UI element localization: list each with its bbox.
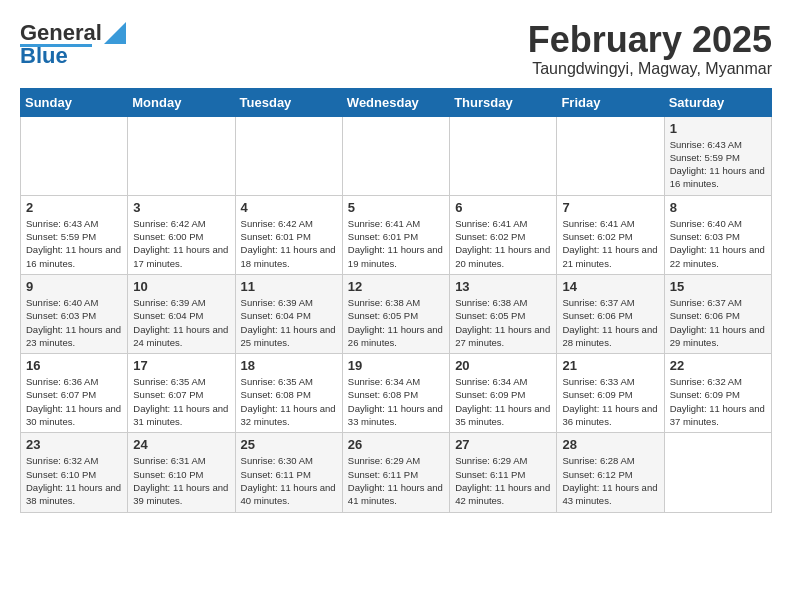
calendar-day-cell: 11Sunrise: 6:39 AMSunset: 6:04 PMDayligh… — [235, 274, 342, 353]
calendar-day-cell — [342, 116, 449, 195]
page-title: February 2025 — [528, 20, 772, 60]
title-block: February 2025 Taungdwingyi, Magway, Myan… — [528, 20, 772, 78]
day-info: Sunrise: 6:40 AMSunset: 6:03 PMDaylight:… — [26, 296, 122, 349]
day-info: Sunrise: 6:30 AMSunset: 6:11 PMDaylight:… — [241, 454, 337, 507]
day-number: 14 — [562, 279, 658, 294]
calendar-day-cell: 28Sunrise: 6:28 AMSunset: 6:12 PMDayligh… — [557, 433, 664, 512]
day-number: 28 — [562, 437, 658, 452]
weekday-header-wednesday: Wednesday — [342, 88, 449, 116]
calendar-day-cell: 2Sunrise: 6:43 AMSunset: 5:59 PMDaylight… — [21, 195, 128, 274]
day-number: 16 — [26, 358, 122, 373]
calendar-week-row: 16Sunrise: 6:36 AMSunset: 6:07 PMDayligh… — [21, 354, 772, 433]
weekday-header-monday: Monday — [128, 88, 235, 116]
calendar-day-cell: 27Sunrise: 6:29 AMSunset: 6:11 PMDayligh… — [450, 433, 557, 512]
calendar-week-row: 2Sunrise: 6:43 AMSunset: 5:59 PMDaylight… — [21, 195, 772, 274]
calendar-week-row: 9Sunrise: 6:40 AMSunset: 6:03 PMDaylight… — [21, 274, 772, 353]
weekday-header-thursday: Thursday — [450, 88, 557, 116]
day-info: Sunrise: 6:32 AMSunset: 6:09 PMDaylight:… — [670, 375, 766, 428]
day-info: Sunrise: 6:37 AMSunset: 6:06 PMDaylight:… — [562, 296, 658, 349]
day-number: 9 — [26, 279, 122, 294]
day-info: Sunrise: 6:37 AMSunset: 6:06 PMDaylight:… — [670, 296, 766, 349]
day-info: Sunrise: 6:28 AMSunset: 6:12 PMDaylight:… — [562, 454, 658, 507]
day-number: 7 — [562, 200, 658, 215]
day-info: Sunrise: 6:41 AMSunset: 6:02 PMDaylight:… — [562, 217, 658, 270]
calendar-day-cell: 7Sunrise: 6:41 AMSunset: 6:02 PMDaylight… — [557, 195, 664, 274]
day-number: 27 — [455, 437, 551, 452]
day-number: 13 — [455, 279, 551, 294]
day-info: Sunrise: 6:34 AMSunset: 6:09 PMDaylight:… — [455, 375, 551, 428]
day-info: Sunrise: 6:35 AMSunset: 6:07 PMDaylight:… — [133, 375, 229, 428]
day-number: 3 — [133, 200, 229, 215]
day-number: 26 — [348, 437, 444, 452]
day-info: Sunrise: 6:38 AMSunset: 6:05 PMDaylight:… — [455, 296, 551, 349]
day-info: Sunrise: 6:42 AMSunset: 6:00 PMDaylight:… — [133, 217, 229, 270]
day-number: 11 — [241, 279, 337, 294]
day-number: 17 — [133, 358, 229, 373]
logo: General Blue — [20, 20, 126, 69]
day-info: Sunrise: 6:41 AMSunset: 6:02 PMDaylight:… — [455, 217, 551, 270]
day-number: 22 — [670, 358, 766, 373]
day-info: Sunrise: 6:40 AMSunset: 6:03 PMDaylight:… — [670, 217, 766, 270]
calendar-day-cell: 8Sunrise: 6:40 AMSunset: 6:03 PMDaylight… — [664, 195, 771, 274]
page-subtitle: Taungdwingyi, Magway, Myanmar — [528, 60, 772, 78]
calendar-day-cell: 17Sunrise: 6:35 AMSunset: 6:07 PMDayligh… — [128, 354, 235, 433]
day-number: 23 — [26, 437, 122, 452]
calendar-day-cell: 21Sunrise: 6:33 AMSunset: 6:09 PMDayligh… — [557, 354, 664, 433]
day-info: Sunrise: 6:42 AMSunset: 6:01 PMDaylight:… — [241, 217, 337, 270]
calendar-day-cell — [21, 116, 128, 195]
day-info: Sunrise: 6:39 AMSunset: 6:04 PMDaylight:… — [133, 296, 229, 349]
day-info: Sunrise: 6:43 AMSunset: 5:59 PMDaylight:… — [670, 138, 766, 191]
calendar-day-cell: 6Sunrise: 6:41 AMSunset: 6:02 PMDaylight… — [450, 195, 557, 274]
day-info: Sunrise: 6:38 AMSunset: 6:05 PMDaylight:… — [348, 296, 444, 349]
calendar-day-cell: 26Sunrise: 6:29 AMSunset: 6:11 PMDayligh… — [342, 433, 449, 512]
calendar-week-row: 1Sunrise: 6:43 AMSunset: 5:59 PMDaylight… — [21, 116, 772, 195]
day-info: Sunrise: 6:35 AMSunset: 6:08 PMDaylight:… — [241, 375, 337, 428]
day-info: Sunrise: 6:29 AMSunset: 6:11 PMDaylight:… — [455, 454, 551, 507]
weekday-header-tuesday: Tuesday — [235, 88, 342, 116]
day-info: Sunrise: 6:43 AMSunset: 5:59 PMDaylight:… — [26, 217, 122, 270]
logo-arrow-icon — [104, 22, 126, 44]
day-number: 2 — [26, 200, 122, 215]
calendar-day-cell: 12Sunrise: 6:38 AMSunset: 6:05 PMDayligh… — [342, 274, 449, 353]
day-number: 20 — [455, 358, 551, 373]
calendar-day-cell: 24Sunrise: 6:31 AMSunset: 6:10 PMDayligh… — [128, 433, 235, 512]
day-number: 5 — [348, 200, 444, 215]
weekday-header-sunday: Sunday — [21, 88, 128, 116]
day-number: 24 — [133, 437, 229, 452]
day-info: Sunrise: 6:36 AMSunset: 6:07 PMDaylight:… — [26, 375, 122, 428]
calendar-day-cell: 1Sunrise: 6:43 AMSunset: 5:59 PMDaylight… — [664, 116, 771, 195]
calendar-day-cell: 19Sunrise: 6:34 AMSunset: 6:08 PMDayligh… — [342, 354, 449, 433]
weekday-header-friday: Friday — [557, 88, 664, 116]
calendar-day-cell: 10Sunrise: 6:39 AMSunset: 6:04 PMDayligh… — [128, 274, 235, 353]
weekday-header-row: SundayMondayTuesdayWednesdayThursdayFrid… — [21, 88, 772, 116]
calendar-day-cell: 14Sunrise: 6:37 AMSunset: 6:06 PMDayligh… — [557, 274, 664, 353]
calendar-day-cell: 23Sunrise: 6:32 AMSunset: 6:10 PMDayligh… — [21, 433, 128, 512]
calendar-week-row: 23Sunrise: 6:32 AMSunset: 6:10 PMDayligh… — [21, 433, 772, 512]
page-header: General Blue February 2025 Taungdwingyi,… — [20, 20, 772, 78]
day-number: 1 — [670, 121, 766, 136]
day-info: Sunrise: 6:32 AMSunset: 6:10 PMDaylight:… — [26, 454, 122, 507]
logo-blue: Blue — [20, 43, 68, 69]
day-number: 10 — [133, 279, 229, 294]
day-number: 25 — [241, 437, 337, 452]
calendar-day-cell: 4Sunrise: 6:42 AMSunset: 6:01 PMDaylight… — [235, 195, 342, 274]
day-number: 21 — [562, 358, 658, 373]
day-info: Sunrise: 6:39 AMSunset: 6:04 PMDaylight:… — [241, 296, 337, 349]
day-info: Sunrise: 6:34 AMSunset: 6:08 PMDaylight:… — [348, 375, 444, 428]
day-number: 15 — [670, 279, 766, 294]
calendar-day-cell: 13Sunrise: 6:38 AMSunset: 6:05 PMDayligh… — [450, 274, 557, 353]
day-info: Sunrise: 6:31 AMSunset: 6:10 PMDaylight:… — [133, 454, 229, 507]
svg-marker-0 — [104, 22, 126, 44]
day-number: 8 — [670, 200, 766, 215]
calendar-day-cell — [557, 116, 664, 195]
calendar-day-cell: 20Sunrise: 6:34 AMSunset: 6:09 PMDayligh… — [450, 354, 557, 433]
day-number: 6 — [455, 200, 551, 215]
calendar-day-cell: 16Sunrise: 6:36 AMSunset: 6:07 PMDayligh… — [21, 354, 128, 433]
calendar-day-cell — [664, 433, 771, 512]
day-info: Sunrise: 6:41 AMSunset: 6:01 PMDaylight:… — [348, 217, 444, 270]
weekday-header-saturday: Saturday — [664, 88, 771, 116]
calendar-day-cell: 25Sunrise: 6:30 AMSunset: 6:11 PMDayligh… — [235, 433, 342, 512]
day-number: 18 — [241, 358, 337, 373]
day-number: 4 — [241, 200, 337, 215]
calendar-day-cell: 18Sunrise: 6:35 AMSunset: 6:08 PMDayligh… — [235, 354, 342, 433]
